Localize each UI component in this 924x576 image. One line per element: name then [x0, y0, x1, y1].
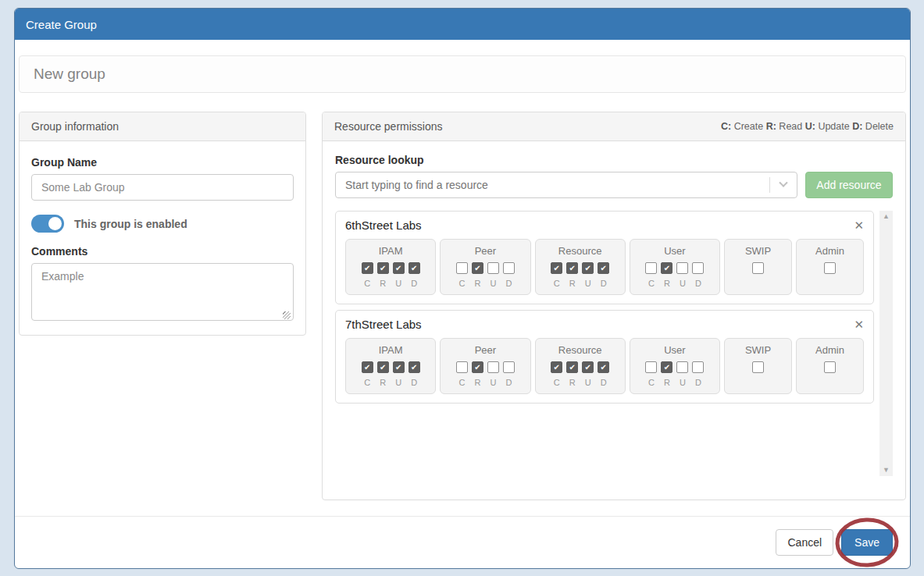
unchecked-checkbox-admin[interactable] [824, 361, 836, 373]
unchecked-checkbox-c[interactable] [456, 361, 468, 373]
crud-letter: R [661, 378, 672, 387]
crud-letter: U [393, 378, 405, 387]
panels-row: Group information Group Name This group … [19, 112, 906, 500]
checked-checkbox-r[interactable]: ✔ [661, 361, 672, 373]
add-resource-button[interactable]: Add resource [805, 172, 893, 198]
permission-group-label: User [633, 245, 716, 257]
resource-permissions-body: Resource lookup Add resource 6thStreet L… [323, 141, 905, 500]
unchecked-checkbox-u[interactable] [676, 262, 688, 274]
checked-checkbox-r[interactable]: ✔ [566, 262, 578, 274]
crud-letter: D [692, 378, 704, 387]
checkbox-row [728, 361, 788, 373]
crud-letter: R [472, 279, 483, 288]
crud-letter: R [377, 378, 389, 387]
unchecked-checkbox-d[interactable] [503, 361, 515, 373]
close-icon[interactable]: ✕ [854, 219, 864, 231]
checked-checkbox-d[interactable]: ✔ [598, 361, 609, 373]
unchecked-checkbox-swip[interactable] [752, 262, 764, 274]
checked-checkbox-d[interactable]: ✔ [598, 262, 609, 274]
unchecked-checkbox-d[interactable] [692, 262, 704, 274]
unchecked-checkbox-u[interactable] [487, 361, 499, 373]
toggle-knob-icon [48, 217, 62, 230]
checked-checkbox-r[interactable]: ✔ [377, 361, 389, 373]
permission-group-user: User✔CRUD [630, 338, 720, 394]
chevron-down-icon[interactable] [770, 172, 797, 197]
crud-letter: U [582, 378, 594, 387]
checked-checkbox-r[interactable]: ✔ [472, 262, 483, 274]
checked-checkbox-c[interactable]: ✔ [362, 361, 373, 373]
crud-letters: CRUD [349, 378, 432, 387]
unchecked-checkbox-u[interactable] [676, 361, 688, 373]
crud-letter: D [408, 378, 420, 387]
checked-checkbox-r[interactable]: ✔ [377, 262, 389, 274]
permission-group-label: SWIP [728, 245, 788, 257]
permission-group-label: Peer [444, 245, 526, 257]
checked-checkbox-c[interactable]: ✔ [551, 262, 562, 274]
unchecked-checkbox-c[interactable] [645, 262, 657, 274]
checked-checkbox-u[interactable]: ✔ [582, 262, 594, 274]
crud-letter: U [676, 279, 688, 288]
checked-checkbox-u[interactable]: ✔ [393, 262, 405, 274]
new-group-banner: New group [19, 55, 906, 93]
unchecked-checkbox-c[interactable] [456, 262, 468, 274]
crud-letter: U [487, 279, 499, 288]
enabled-toggle-label: This group is enabled [74, 218, 187, 230]
resource-lookup-input[interactable] [336, 172, 769, 197]
permission-group-label: IPAM [349, 245, 432, 257]
resource-lookup-row: Add resource [335, 172, 893, 198]
unchecked-checkbox-d[interactable] [503, 262, 515, 274]
permission-group-label: Peer [444, 344, 526, 356]
crud-letter: U [582, 279, 594, 288]
save-button[interactable]: Save [841, 529, 893, 556]
checked-checkbox-u[interactable]: ✔ [582, 361, 594, 373]
permission-group-peer: Peer✔CRUD [440, 338, 530, 394]
crud-letter: R [472, 378, 483, 387]
resource-lookup-label: Resource lookup [335, 154, 893, 166]
permission-group-label: User [633, 344, 716, 356]
checked-checkbox-r[interactable]: ✔ [661, 262, 672, 274]
group-name-label: Group Name [31, 156, 294, 169]
enabled-toggle[interactable] [31, 215, 64, 233]
unchecked-checkbox-c[interactable] [645, 361, 657, 373]
permission-group-label: IPAM [349, 344, 432, 356]
unchecked-checkbox-admin[interactable] [824, 262, 836, 274]
comments-label: Comments [31, 245, 294, 258]
unchecked-checkbox-u[interactable] [487, 262, 499, 274]
checkbox-row: ✔ [444, 361, 526, 373]
crud-letter: D [503, 378, 515, 387]
resource-name: 6thStreet Labs [345, 219, 422, 232]
enabled-toggle-row: This group is enabled [31, 215, 294, 233]
resource-permissions-panel: Resource permissions C: Create R: Read U… [322, 112, 906, 500]
unchecked-checkbox-swip[interactable] [752, 361, 764, 373]
crud-letter: C [645, 378, 657, 387]
group-name-input[interactable] [31, 174, 294, 201]
group-information-body: Group Name This group is enabled Comment… [20, 141, 305, 335]
checked-checkbox-d[interactable]: ✔ [408, 262, 420, 274]
permission-group-swip: SWIP [724, 338, 792, 394]
crud-letter: D [503, 279, 515, 288]
checked-checkbox-r[interactable]: ✔ [566, 361, 578, 373]
create-group-modal: Create Group New group Group information… [14, 8, 911, 569]
checked-checkbox-r[interactable]: ✔ [472, 361, 483, 373]
crud-letter: D [408, 279, 420, 288]
scroll-down-icon[interactable]: ▼ [883, 467, 890, 474]
scroll-up-icon[interactable]: ▲ [883, 213, 890, 220]
checked-checkbox-u[interactable]: ✔ [393, 361, 405, 373]
crud-letter: R [377, 279, 389, 288]
checked-checkbox-c[interactable]: ✔ [551, 361, 562, 373]
checked-checkbox-d[interactable]: ✔ [408, 361, 420, 373]
vertical-scrollbar[interactable]: ▲ ▼ [879, 211, 893, 476]
close-icon[interactable]: ✕ [854, 318, 864, 330]
crud-letter: C [362, 279, 373, 288]
crud-letter: R [566, 378, 578, 387]
comments-textarea[interactable]: Example [31, 263, 294, 321]
unchecked-checkbox-d[interactable] [692, 361, 704, 373]
checkbox-row: ✔ [633, 361, 716, 373]
crud-letter: U [487, 378, 499, 387]
permission-group-label: SWIP [728, 344, 788, 356]
modal-title: Create Group [26, 18, 97, 31]
checked-checkbox-c[interactable]: ✔ [362, 262, 373, 274]
cancel-button[interactable]: Cancel [776, 529, 833, 556]
crud-letter: R [661, 279, 672, 288]
permission-group-swip: SWIP [724, 239, 792, 295]
